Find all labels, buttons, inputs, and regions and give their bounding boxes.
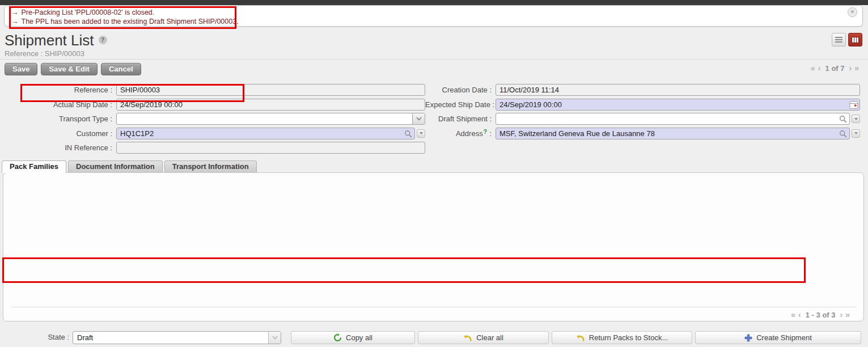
actual-ship-date-field: 24/Sep/2019 00:00 xyxy=(116,99,425,111)
pager-prev-icon[interactable]: ‹ xyxy=(818,64,821,73)
state-label: State : xyxy=(0,333,69,341)
pager-first-icon[interactable]: « xyxy=(791,310,795,319)
creation-date-field: 11/Oct/2019 11:14 xyxy=(496,84,860,96)
pager-next-icon[interactable]: › xyxy=(840,310,843,319)
list-view-icon xyxy=(835,37,842,43)
pager-count: 1 - 3 of 3 xyxy=(806,311,836,319)
help-icon[interactable]: ? xyxy=(99,36,107,44)
search-icon[interactable] xyxy=(839,115,847,123)
creation-date-label: Creation Date : xyxy=(425,86,496,94)
chevron-down-icon xyxy=(268,332,281,344)
header-divider xyxy=(0,59,868,60)
open-record-arrow-icon[interactable] xyxy=(417,129,425,138)
field-help-icon: ? xyxy=(484,129,487,135)
list-view-button[interactable] xyxy=(832,33,846,46)
pager-last-icon[interactable]: » xyxy=(845,310,850,319)
return-packs-to-stock-button[interactable]: Return Packs to Stock... xyxy=(552,331,692,344)
pager-first-icon[interactable]: « xyxy=(811,64,815,73)
calendar-icon[interactable] xyxy=(849,100,858,109)
panel-divider xyxy=(11,307,857,307)
pack-families-panel: Pack Families « ‹ 1 - 3 of 3 › » xyxy=(3,172,864,321)
chevron-down-icon[interactable] xyxy=(412,113,425,124)
notebook-tabs: Pack Families Document Information Trans… xyxy=(2,160,259,173)
undo-arrow-icon xyxy=(576,334,585,342)
pager-prev-icon[interactable]: ‹ xyxy=(798,310,801,319)
expected-ship-date-field[interactable]: 24/Sep/2019 00:00 xyxy=(496,99,860,111)
pager-count: 1 of 7 xyxy=(825,64,845,73)
top-strip xyxy=(0,0,868,5)
page-title: Shipment List? xyxy=(5,32,107,49)
address-field[interactable]: MSF, Switzerland Geneva Rue de Lausanne … xyxy=(496,128,850,139)
reference-field: SHIP/00003 xyxy=(116,84,425,96)
tab-pack-families[interactable]: Pack Families xyxy=(2,160,66,173)
arrow-right-icon: → xyxy=(11,18,19,26)
copy-all-button[interactable]: Copy all xyxy=(291,331,415,344)
open-record-arrow-icon[interactable] xyxy=(852,115,860,123)
table-pager-bottom: « ‹ 1 - 3 of 3 › » xyxy=(791,310,850,319)
form-area: Reference : SHIP/00003 Creation Date : 1… xyxy=(0,83,868,155)
search-icon[interactable] xyxy=(839,130,847,138)
in-reference-field xyxy=(116,142,425,154)
close-notification-button[interactable]: ✕ xyxy=(848,7,857,17)
notification-line: →Pre-Packing List 'PPL/00008-02' is clos… xyxy=(11,8,857,17)
draft-shipment-field[interactable] xyxy=(496,113,850,125)
pager-next-icon[interactable]: › xyxy=(849,64,852,73)
pager-last-icon[interactable]: » xyxy=(854,64,859,73)
save-button[interactable]: Save xyxy=(5,63,37,75)
notification-banner: →Pre-Packing List 'PPL/00008-02' is clos… xyxy=(4,5,863,27)
in-reference-label: IN Reference : xyxy=(0,143,116,152)
search-icon[interactable] xyxy=(404,130,412,138)
customer-field[interactable]: HQ1C1P2 xyxy=(116,128,415,139)
close-icon: ✕ xyxy=(850,9,855,15)
clear-all-button[interactable]: Clear all xyxy=(418,331,549,344)
address-label: Address? : xyxy=(425,129,496,138)
notification-line: →The PPL has been added to the existing … xyxy=(11,17,857,26)
toolbar: Save Save & Edit Cancel xyxy=(5,63,141,75)
copy-refresh-icon xyxy=(333,333,342,342)
arrow-right-icon: → xyxy=(11,9,19,16)
expected-ship-date-label: Expected Ship Date : xyxy=(425,100,496,109)
record-pager: « ‹ 1 of 7 › » xyxy=(811,64,859,73)
undo-arrow-icon xyxy=(463,334,472,342)
transport-type-label: Transport Type : xyxy=(0,115,116,123)
plus-icon xyxy=(744,334,752,342)
actual-ship-date-label: Actual Ship Date : xyxy=(0,100,116,109)
state-select[interactable]: Draft xyxy=(73,331,281,344)
tab-document-information[interactable]: Document Information xyxy=(68,160,163,172)
cancel-button[interactable]: Cancel xyxy=(101,63,141,75)
customer-label: Customer : xyxy=(0,129,116,138)
reference-label: Reference : xyxy=(0,86,116,94)
form-view-icon xyxy=(852,37,859,43)
draft-shipment-label: Draft Shipment : xyxy=(425,115,496,123)
form-view-button[interactable] xyxy=(848,33,862,46)
footer-bar: State : Draft Copy all Clear all Return … xyxy=(0,331,868,345)
record-subtitle: Reference : SHIP/00003 xyxy=(5,49,84,58)
tab-transport-information[interactable]: Transport Information xyxy=(164,160,257,172)
open-record-arrow-icon[interactable] xyxy=(852,129,860,138)
transport-type-select[interactable] xyxy=(116,113,425,125)
create-shipment-button[interactable]: Create Shipment xyxy=(695,331,861,344)
save-and-edit-button[interactable]: Save & Edit xyxy=(41,63,98,75)
